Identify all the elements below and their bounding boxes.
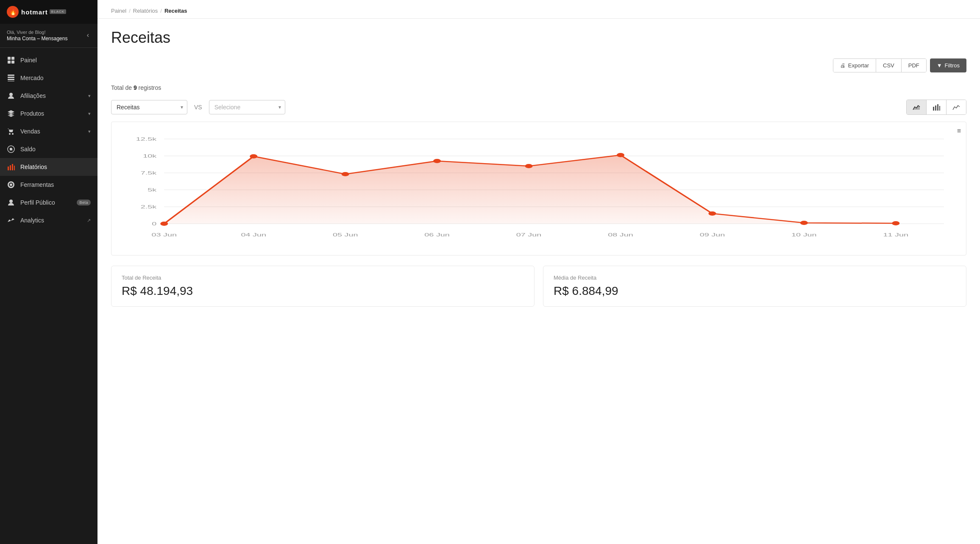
hotmart-logo: 🔥 hotmart BLACK <box>7 6 66 18</box>
svg-point-37 <box>433 159 441 163</box>
analytics-icon <box>7 216 15 224</box>
chart-type-bar-button[interactable] <box>927 100 947 114</box>
sidebar-item-vendas[interactable]: Vendas ▾ <box>0 122 97 140</box>
sidebar-item-label: Relatórios <box>20 164 91 170</box>
svg-text:11 Jun: 11 Jun <box>883 232 909 237</box>
filter-icon: ▼ <box>937 62 942 69</box>
sidebar-item-label: Painel <box>20 57 91 64</box>
csv-button[interactable]: CSV <box>876 59 902 72</box>
svg-text:0: 0 <box>152 221 156 226</box>
records-label: Total de 9 registros <box>111 84 966 91</box>
sidebar-item-mercado[interactable]: Mercado <box>0 69 97 87</box>
secondary-select-wrap: Selecione ▾ <box>209 100 285 114</box>
breadcrumb: Painel / Relatórios / Receitas <box>111 8 966 14</box>
sidebar-item-label: Ferramentas <box>20 181 91 188</box>
afiliacoes-icon <box>7 92 15 100</box>
produtos-icon <box>7 110 15 117</box>
svg-text:05 Jun: 05 Jun <box>333 232 358 237</box>
chart-container: ≡ 12.5k 10k 7.5k 5k 2.5k 0 <box>111 122 966 255</box>
chart-type-buttons <box>906 100 966 115</box>
sidebar-item-ferramentas[interactable]: Ferramentas <box>0 176 97 194</box>
svg-rect-15 <box>14 166 15 170</box>
breadcrumb-relatorios[interactable]: Relatórios <box>133 8 158 14</box>
svg-point-8 <box>9 93 13 96</box>
breadcrumb-bar: Painel / Relatórios / Receitas <box>97 0 980 19</box>
stats-row: Total de Receita R$ 48.194,93 Média de R… <box>111 266 966 307</box>
sidebar-item-saldo[interactable]: Saldo <box>0 140 97 158</box>
svg-rect-18 <box>935 105 936 111</box>
svg-rect-1 <box>11 57 14 60</box>
sidebar-item-painel[interactable]: Painel <box>0 51 97 69</box>
chevron-down-icon: ▾ <box>88 93 91 99</box>
content-area: Total de 9 registros Receitas ▾ VS Selec… <box>97 78 980 317</box>
svg-text:08 Jun: 08 Jun <box>608 232 633 237</box>
media-receita-label: Média de Receita <box>554 275 956 281</box>
secondary-chart-select[interactable]: Selecione <box>209 100 285 114</box>
svg-point-36 <box>342 172 349 176</box>
svg-text:03 Jun: 03 Jun <box>151 232 177 237</box>
sidebar-item-label: Mercado <box>20 75 91 81</box>
svg-point-38 <box>525 164 533 168</box>
svg-rect-0 <box>8 57 11 60</box>
sidebar-item-label: Perfil Público <box>20 199 72 206</box>
svg-point-9 <box>9 133 11 135</box>
svg-point-10 <box>12 133 14 135</box>
export-button[interactable]: 🖨 Exportar <box>833 59 876 72</box>
ferramentas-icon <box>7 181 15 189</box>
svg-point-34 <box>160 222 168 226</box>
svg-point-42 <box>892 221 899 225</box>
saldo-icon <box>7 145 15 153</box>
pdf-button[interactable]: PDF <box>902 59 926 72</box>
breadcrumb-current: Receitas <box>164 8 187 14</box>
primary-select-wrap: Receitas ▾ <box>111 100 187 114</box>
hotmart-logo-text: hotmart <box>21 8 48 16</box>
breadcrumb-painel[interactable]: Painel <box>111 8 126 14</box>
media-receita-card: Média de Receita R$ 6.884,99 <box>543 266 966 307</box>
total-receita-label: Total de Receita <box>122 275 524 281</box>
main-content: Painel / Relatórios / Receitas Receitas … <box>97 0 980 544</box>
svg-text:7.5k: 7.5k <box>141 170 157 175</box>
painel-icon <box>7 56 15 64</box>
svg-text:09 Jun: 09 Jun <box>700 232 725 237</box>
total-receita-card: Total de Receita R$ 48.194,93 <box>111 266 535 307</box>
sidebar-item-produtos[interactable]: Produtos ▾ <box>0 105 97 122</box>
export-icon: 🖨 <box>840 62 846 69</box>
user-links[interactable]: Minha Conta – Mensagens <box>7 36 67 42</box>
sidebar-item-label: Saldo <box>20 146 91 153</box>
chevron-down-icon: ▾ <box>88 111 91 117</box>
svg-rect-6 <box>8 79 14 80</box>
svg-rect-5 <box>8 77 14 78</box>
sidebar-item-relatorios[interactable]: Relatórios <box>0 158 97 176</box>
sidebar-item-label: Afiliações <box>20 92 83 99</box>
sidebar-item-label: Analytics <box>20 217 82 224</box>
svg-point-16 <box>9 200 13 203</box>
sidebar-header: 🔥 hotmart BLACK <box>0 0 97 24</box>
user-greeting: Olá, Viver de Blog! <box>7 30 67 35</box>
relatorios-icon <box>7 163 15 171</box>
sidebar-item-analytics[interactable]: Analytics ↗ <box>0 211 97 229</box>
svg-rect-12 <box>8 167 9 170</box>
sidebar-item-label: Vendas <box>20 128 83 135</box>
svg-text:07 Jun: 07 Jun <box>516 232 542 237</box>
svg-point-35 <box>250 154 257 158</box>
total-receita-value: R$ 48.194,93 <box>122 284 524 298</box>
primary-chart-select[interactable]: Receitas <box>111 100 187 114</box>
filter-button[interactable]: ▼ Filtros <box>930 58 966 72</box>
svg-text:04 Jun: 04 Jun <box>241 232 266 237</box>
perfil-icon <box>7 199 15 206</box>
svg-rect-17 <box>933 107 934 111</box>
sidebar-collapse-button[interactable]: ‹ <box>85 30 91 41</box>
svg-text:10 Jun: 10 Jun <box>791 232 817 237</box>
hotmart-logo-icon: 🔥 <box>7 6 19 18</box>
sidebar-nav: Painel Mercado Afiliações ▾ Produtos ▾ <box>0 48 97 544</box>
vendas-icon <box>7 128 15 135</box>
sidebar-item-afiliacoes[interactable]: Afiliações ▾ <box>0 87 97 105</box>
chart-menu-button[interactable]: ≡ <box>957 127 961 135</box>
svg-text:06 Jun: 06 Jun <box>424 232 450 237</box>
svg-point-41 <box>800 221 808 225</box>
chart-type-area-button[interactable] <box>907 100 927 114</box>
chart-type-line-button[interactable] <box>947 100 966 114</box>
sidebar-item-perfil[interactable]: Perfil Público Beta <box>0 194 97 211</box>
svg-rect-4 <box>8 75 14 76</box>
beta-badge: Beta <box>77 200 91 205</box>
